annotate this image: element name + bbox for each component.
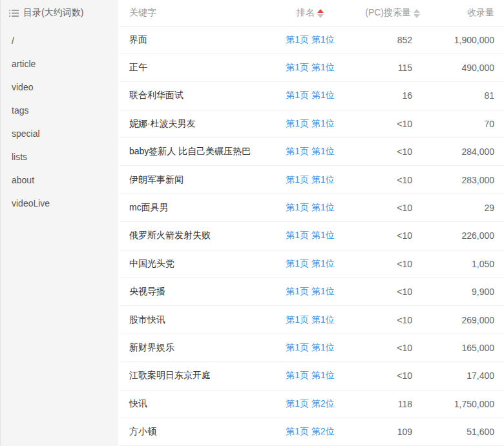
table-row: 江歌案明日东京开庭 第1页 第1位 <10 17,400 (120, 362, 504, 390)
rank-link[interactable]: 第1页 第1位 (286, 62, 334, 72)
sort-asc-icon[interactable] (317, 9, 324, 13)
rank-link[interactable]: 第1页 第1位 (286, 258, 334, 269)
indexed-cell: 17,400 (420, 362, 504, 390)
pc-volume-cell: 118 (352, 390, 420, 418)
sidebar-item[interactable]: video (1, 76, 118, 99)
sort-desc-icon[interactable] (317, 14, 324, 18)
table-row: 界面 第1页 第1位 852 1,900,000 (120, 26, 504, 54)
table-row: 快讯 第1页 第2位 118 1,750,000 (120, 390, 504, 418)
keyword-cell: 俄罗斯火箭发射失败 (120, 222, 268, 250)
pc-volume-cell: <10 (352, 362, 420, 390)
keyword-cell: 江歌案明日东京开庭 (120, 362, 268, 390)
table-row: 伊朗军事新闻 第1页 第1位 <10 283,000 (120, 166, 504, 194)
pc-volume-cell: 115 (352, 54, 420, 81)
rank-link[interactable]: 第1页 第1位 (286, 230, 334, 240)
sidebar-item[interactable]: about (1, 168, 118, 192)
table-row: 正午 第1页 第1位 115 490,000 (120, 54, 504, 81)
sidebar-item[interactable]: videoLive (1, 192, 118, 215)
column-header-indexed: 收录量 (420, 0, 504, 26)
pc-volume-sort-control[interactable] (414, 9, 420, 18)
rank-cell: 第1页 第1位 (268, 26, 352, 54)
pc-volume-cell: <10 (352, 334, 420, 361)
sidebar-item[interactable]: lists (1, 145, 118, 168)
keyword-cell: 伊朗军事新闻 (120, 166, 268, 194)
keyword-table: 关键字 排名 (PC)搜索量 (120, 0, 504, 446)
table-row: 央视导播 第1页 第1位 <10 9,900 (120, 278, 504, 306)
column-header-rank: 排名 (268, 0, 352, 26)
pc-volume-header-label: (PC)搜索量 (365, 7, 411, 19)
table-row: 俄罗斯火箭发射失败 第1页 第1位 <10 226,000 (120, 222, 504, 250)
pc-volume-cell: <10 (352, 306, 420, 334)
keyword-cell: 央视导播 (120, 278, 268, 306)
keyword-cell: 界面 (120, 26, 268, 54)
rank-link[interactable]: 第1页 第1位 (286, 286, 334, 296)
pc-volume-cell: <10 (352, 250, 420, 278)
table-body: 界面 第1页 第1位 852 1,900,000 正午 第1页 第1位 115 … (120, 26, 504, 446)
keyword-cell: mc面具男 (120, 194, 268, 221)
rank-cell: 第1页 第1位 (268, 306, 352, 334)
rank-link[interactable]: 第1页 第2位 (286, 398, 334, 409)
rank-cell: 第1页 第1位 (268, 110, 352, 137)
table-row: 妮娜·杜波夫男友 第1页 第1位 <10 70 (120, 110, 504, 137)
pc-volume-cell: 16 (352, 82, 420, 110)
indexed-cell: 490,000 (420, 54, 504, 81)
indexed-cell: 81 (420, 82, 504, 110)
indexed-cell: 165,000 (420, 334, 504, 361)
rank-link[interactable]: 第1页 第1位 (286, 342, 334, 352)
rank-cell: 第1页 第2位 (268, 390, 352, 418)
rank-cell: 第1页 第1位 (268, 362, 352, 390)
table-row: 股市快讯 第1页 第1位 <10 269,000 (120, 306, 504, 334)
rank-link[interactable]: 第1页 第2位 (286, 426, 334, 436)
sidebar-list: / article video tags special lists about… (1, 29, 118, 215)
pc-volume-cell: <10 (352, 278, 420, 306)
table-row: 中国光头党 第1页 第1位 <10 1,050 (120, 250, 504, 278)
indexed-cell: 51,600 (420, 418, 504, 445)
rank-cell: 第1页 第1位 (268, 138, 352, 166)
keyword-cell: 新财界娱乐 (120, 334, 268, 361)
sidebar-item[interactable]: / (1, 29, 118, 52)
rank-link[interactable]: 第1页 第1位 (286, 314, 334, 325)
sidebar-header: 目录(大约词数) (1, 0, 118, 26)
sidebar-item[interactable]: special (1, 122, 118, 145)
sort-desc-icon[interactable] (414, 14, 420, 18)
rank-cell: 第1页 第1位 (268, 166, 352, 194)
pc-volume-cell: <10 (352, 138, 420, 166)
keyword-cell: 联合利华面试 (120, 82, 268, 110)
rank-sort-control[interactable] (317, 9, 324, 18)
rank-link[interactable]: 第1页 第1位 (286, 90, 334, 100)
table-row: 联合利华面试 第1页 第1位 16 81 (120, 82, 504, 110)
rank-cell: 第1页 第1位 (268, 278, 352, 306)
sidebar-item[interactable]: tags (1, 99, 118, 122)
sidebar-item[interactable]: article (1, 52, 118, 76)
keyword-cell: 快讯 (120, 390, 268, 418)
rank-link[interactable]: 第1页 第1位 (286, 202, 334, 212)
rank-link[interactable]: 第1页 第1位 (286, 174, 334, 185)
rank-link[interactable]: 第1页 第1位 (286, 146, 334, 156)
rank-cell: 第1页 第1位 (268, 82, 352, 110)
sort-asc-icon[interactable] (414, 9, 420, 13)
sidebar-title: 目录(大约词数) (23, 7, 83, 19)
indexed-cell: 284,000 (420, 138, 504, 166)
table-row: 方小顿 第1页 第2位 109 51,600 (120, 418, 504, 445)
table-row: mc面具男 第1页 第1位 <10 29 (120, 194, 504, 221)
indexed-cell: 1,750,000 (420, 390, 504, 418)
indexed-cell: 1,900,000 (420, 26, 504, 54)
rank-header-label: 排名 (297, 7, 315, 19)
rank-cell: 第1页 第1位 (268, 222, 352, 250)
pc-volume-cell: <10 (352, 166, 420, 194)
pc-volume-cell: <10 (352, 222, 420, 250)
pc-volume-cell: <10 (352, 194, 420, 221)
column-header-keyword: 关键字 (120, 0, 268, 26)
rank-link[interactable]: 第1页 第1位 (286, 118, 334, 128)
list-icon (9, 9, 19, 17)
rank-cell: 第1页 第1位 (268, 54, 352, 81)
table-header-row: 关键字 排名 (PC)搜索量 (120, 0, 504, 26)
rank-link[interactable]: 第1页 第1位 (286, 370, 334, 380)
keyword-table-panel: 关键字 排名 (PC)搜索量 (120, 0, 504, 446)
pc-volume-cell: 852 (352, 26, 420, 54)
directory-sidebar: 目录(大约词数) / article video tags special li… (0, 0, 118, 446)
keyword-cell: 方小顿 (120, 418, 268, 445)
keyword-cell: 正午 (120, 54, 268, 81)
column-header-pc-volume: (PC)搜索量 (352, 0, 420, 26)
rank-link[interactable]: 第1页 第1位 (286, 34, 334, 45)
